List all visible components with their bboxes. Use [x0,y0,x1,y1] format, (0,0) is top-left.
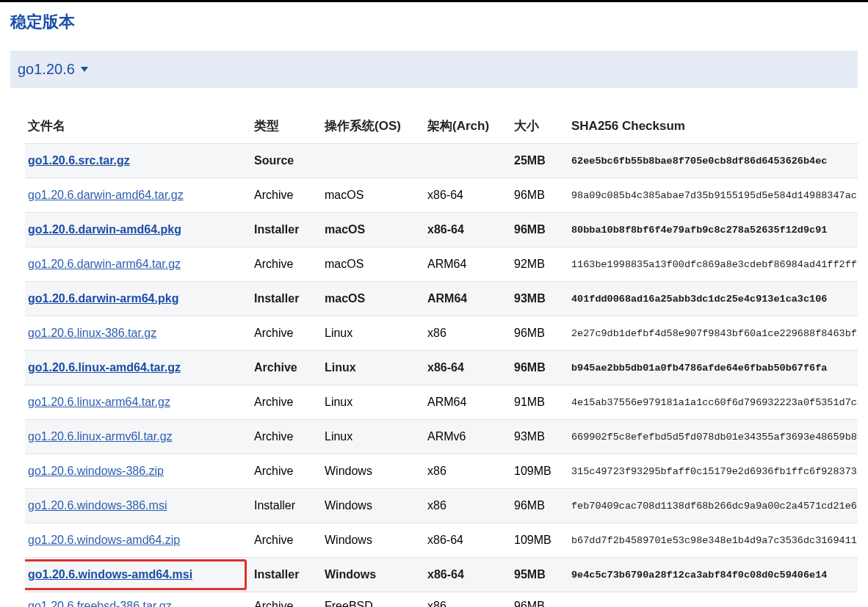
file-link[interactable]: go1.20.6.darwin-amd64.tar.gz [28,189,184,201]
cell-size: 96MB [511,592,568,608]
cell-os: Windows [322,523,424,558]
table-row: go1.20.6.freebsd-386.tar.gzArchiveFreeBS… [25,592,858,608]
file-link[interactable]: go1.20.6.linux-amd64.tar.gz [28,361,181,374]
cell-size: 93MB [511,282,568,316]
file-link[interactable]: go1.20.6.darwin-arm64.tar.gz [28,258,181,270]
cell-os: Linux [322,316,424,351]
table-row: go1.20.6.linux-amd64.tar.gzArchiveLinuxx… [25,351,858,385]
file-link[interactable]: go1.20.6.windows-386.msi [28,499,167,512]
section-title: 稳定版本 [10,11,858,33]
file-link[interactable]: go1.20.6.linux-arm64.tar.gz [28,396,170,408]
cell-size: 96MB [511,178,568,213]
file-link[interactable]: go1.20.6.windows-386.zip [28,465,164,477]
cell-sha: 80bba10b8f8bf6f4e79afb9c8c278a52635f12d9… [568,213,858,247]
file-link[interactable]: go1.20.6.src.tar.gz [28,154,130,167]
cell-file: go1.20.6.windows-amd64.zip [25,523,251,558]
table-row: go1.20.6.windows-386.zipArchiveWindowsx8… [25,454,858,489]
cell-kind: Installer [251,213,322,247]
table-row: go1.20.6.linux-386.tar.gzArchiveLinuxx86… [25,316,858,351]
cell-size: 96MB [511,213,568,247]
cell-arch: ARM64 [424,282,511,316]
col-arch: 架构(Arch) [424,109,511,144]
table-row: go1.20.6.windows-amd64.zipArchiveWindows… [25,523,858,558]
table-row: go1.20.6.darwin-amd64.pkgInstallermacOSx… [25,213,858,247]
cell-file: go1.20.6.freebsd-386.tar.gz [25,592,251,608]
cell-size: 25MB [511,144,568,178]
cell-kind: Archive [251,454,322,489]
cell-os: Windows [322,489,424,523]
cell-arch: ARMv6 [424,420,511,454]
cell-file: go1.20.6.darwin-arm64.pkg [25,282,251,316]
cell-size: 96MB [511,489,568,523]
downloads-table: 文件名 类型 操作系统(OS) 架构(Arch) 大小 SHA256 Check… [25,109,858,607]
cell-file: go1.20.6.windows-386.zip [25,454,251,489]
cell-sha: 4e15ab37556e979181a1a1cc60f6d796932223a0… [568,385,858,420]
cell-kind: Archive [251,385,322,420]
file-link[interactable]: go1.20.6.windows-amd64.msi [28,568,192,581]
cell-arch: x86-64 [424,523,511,558]
cell-kind: Installer [251,558,322,592]
cell-sha: feb70409cac708d1138df68b266dc9a9a00c2a45… [568,489,858,523]
page-content: 稳定版本 go1.20.6 文件名 类型 操作系统(OS) 架构(Arch) 大… [0,2,868,607]
cell-kind: Installer [251,489,322,523]
cell-os: FreeBSD [322,592,424,608]
cell-sha: b945ae2bb5db01a0fb4786afde64e6fbab50b67f… [568,351,858,385]
downloads-table-wrap: 文件名 类型 操作系统(OS) 架构(Arch) 大小 SHA256 Check… [10,109,858,607]
cell-size: 95MB [511,558,568,592]
file-link[interactable]: go1.20.6.darwin-amd64.pkg [28,223,181,236]
cell-size: 109MB [511,523,568,558]
cell-file: go1.20.6.darwin-amd64.pkg [25,213,251,247]
cell-os: Linux [322,351,424,385]
cell-arch: x86-64 [424,558,511,592]
cell-kind: Archive [251,247,322,282]
cell-kind: Archive [251,523,322,558]
cell-sha: 315c49723f93295bfaff0c15179e2d6936fb1ffc… [568,454,858,489]
cell-sha: b67dd7f2b4589701e53c98e348e1b4d9a7c3536d… [568,523,858,558]
col-size: 大小 [511,109,568,144]
cell-sha: 669902f5c8efefbd5d5fd078db01e34355af3693… [568,420,858,454]
cell-file: go1.20.6.src.tar.gz [25,144,251,178]
cell-sha [568,592,858,608]
cell-os [322,144,424,178]
cell-file: go1.20.6.darwin-arm64.tar.gz [25,247,251,282]
version-toggle[interactable]: go1.20.6 [18,61,88,78]
table-row: go1.20.6.darwin-amd64.tar.gzArchivemacOS… [25,178,858,213]
cell-arch: x86 [424,592,511,608]
cell-os: Linux [322,420,424,454]
file-link[interactable]: go1.20.6.windows-amd64.zip [28,534,180,546]
cell-sha: 1163be1998835a13f00dfc869a8e3cdebf86984a… [568,247,858,282]
cell-kind: Archive [251,351,322,385]
cell-sha: 9e4c5c73b6790a28f12ca3abf84f0c08d0c59406… [568,558,858,592]
caret-down-icon [81,67,88,72]
cell-os: macOS [322,213,424,247]
cell-os: macOS [322,282,424,316]
cell-kind: Archive [251,316,322,351]
cell-arch: x86 [424,489,511,523]
cell-file: go1.20.6.darwin-amd64.tar.gz [25,178,251,213]
table-row: go1.20.6.linux-armv6l.tar.gzArchiveLinux… [25,420,858,454]
file-link[interactable]: go1.20.6.linux-386.tar.gz [28,327,156,339]
cell-size: 96MB [511,316,568,351]
cell-kind: Source [251,144,322,178]
cell-os: Linux [322,385,424,420]
cell-sha: 62ee5bc6fb55b8bae8f705e0cb8df86d6453626b… [568,144,858,178]
col-os: 操作系统(OS) [322,109,424,144]
cell-os: macOS [322,247,424,282]
cell-kind: Archive [251,420,322,454]
cell-arch [424,144,511,178]
table-row: go1.20.6.darwin-arm64.tar.gzArchivemacOS… [25,247,858,282]
file-link[interactable]: go1.20.6.linux-armv6l.tar.gz [28,430,173,443]
cell-arch: ARM64 [424,385,511,420]
cell-arch: x86 [424,316,511,351]
cell-sha: 2e27c9db1defbf4d58e907f9843bf60a1ce22968… [568,316,858,351]
cell-arch: x86-64 [424,178,511,213]
file-link[interactable]: go1.20.6.darwin-arm64.pkg [28,292,178,305]
cell-os: Windows [322,454,424,489]
cell-os: macOS [322,178,424,213]
cell-size: 91MB [511,385,568,420]
table-row: go1.20.6.src.tar.gzSource25MB62ee5bc6fb5… [25,144,858,178]
file-link[interactable]: go1.20.6.freebsd-386.tar.gz [28,600,172,607]
cell-arch: x86-64 [424,351,511,385]
col-kind: 类型 [251,109,322,144]
cell-sha: 401fdd0068ad16a25abb3dc1dc25e4c913e1ca3c… [568,282,858,316]
